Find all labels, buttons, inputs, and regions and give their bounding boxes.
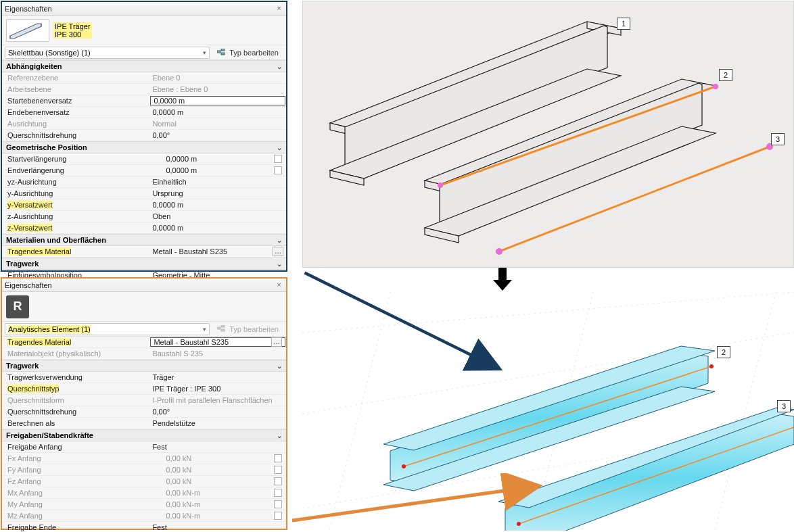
property-value[interactable]: 0,0000 m bbox=[149, 199, 286, 210]
property-value[interactable]: 0,0000 m bbox=[150, 96, 285, 105]
property-row[interactable]: Endverlängerung0,0000 m bbox=[2, 165, 286, 176]
svg-point-24 bbox=[496, 248, 503, 255]
collapse-icon[interactable]: ⌄ bbox=[277, 144, 282, 151]
property-row[interactable]: Querschnittsdrehung0,00° bbox=[2, 406, 286, 418]
property-value[interactable]: Einheitlich bbox=[149, 176, 286, 187]
property-row[interactable]: Mx Anfang0,00 kN-m bbox=[2, 487, 286, 499]
property-row[interactable]: AusrichtungNormal bbox=[2, 118, 286, 130]
property-value[interactable]: Träger bbox=[149, 372, 286, 383]
property-row[interactable]: y-AusrichtungUrsprung bbox=[2, 188, 286, 199]
collapse-icon[interactable]: ⌄ bbox=[277, 63, 282, 70]
checkbox-icon[interactable] bbox=[274, 155, 282, 163]
property-value[interactable]: Ursprung bbox=[149, 188, 286, 199]
callout-label: 2 bbox=[719, 69, 732, 81]
property-row[interactable]: ArbeitsebeneEbene : Ebene 0 bbox=[2, 84, 286, 95]
group-header[interactable]: Tragwerk⌄ bbox=[2, 258, 286, 270]
property-value[interactable]: Metall - Baustahl S235… bbox=[150, 337, 285, 347]
property-row[interactable]: Tragendes MaterialMetall - Baustahl S235… bbox=[2, 246, 286, 258]
property-row[interactable]: Freigabe EndeFest bbox=[2, 522, 286, 532]
property-row[interactable]: Querschnittsdrehung0,00° bbox=[2, 130, 286, 141]
callout-label: 1 bbox=[617, 18, 630, 30]
property-row[interactable]: Startverlängerung0,0000 m bbox=[2, 153, 286, 165]
property-row[interactable]: ReferenzebeneEbene 0 bbox=[2, 72, 286, 84]
property-value[interactable]: Pendelstütze bbox=[149, 418, 286, 429]
property-value[interactable]: 0,00 kN bbox=[149, 453, 286, 464]
property-name: Fx Anfang bbox=[2, 453, 149, 464]
property-row[interactable]: Mz Anfang0,00 kN-m bbox=[2, 510, 286, 522]
collapse-icon[interactable]: ⌄ bbox=[277, 362, 282, 370]
property-value[interactable]: 0,00 kN bbox=[149, 476, 286, 487]
checkbox-icon[interactable] bbox=[274, 489, 282, 497]
property-row[interactable]: TragwerksverwendungTräger bbox=[2, 372, 286, 383]
close-icon[interactable]: × bbox=[275, 281, 283, 289]
property-value[interactable]: Ebene 0 bbox=[149, 72, 286, 83]
instance-selector-label: Skelettbau (Sonstige) (1) bbox=[8, 49, 91, 57]
svg-rect-6 bbox=[217, 327, 220, 329]
property-value[interactable]: Oben bbox=[149, 211, 286, 222]
property-value[interactable]: 0,0000 m bbox=[149, 165, 286, 176]
property-name: Freigabe Anfang bbox=[2, 441, 149, 452]
property-value[interactable]: IPE Träger : IPE 300 bbox=[149, 383, 286, 394]
property-row[interactable]: My Anfang0,00 kN-m bbox=[2, 499, 286, 510]
checkbox-icon[interactable] bbox=[274, 466, 282, 474]
property-value[interactable]: Fest bbox=[149, 441, 286, 452]
property-row[interactable]: Materialobjekt (physikalisch)Baustahl S … bbox=[2, 348, 286, 360]
collapse-icon[interactable]: ⌄ bbox=[277, 432, 282, 439]
type-preview-row[interactable]: IPE Träger IPE 300 bbox=[2, 16, 286, 45]
property-row[interactable]: QuerschnittstypIPE Träger : IPE 300 bbox=[2, 383, 286, 395]
property-row[interactable]: yz-AusrichtungEinheitlich bbox=[2, 176, 286, 188]
property-row[interactable]: Tragendes MaterialMetall - Baustahl S235… bbox=[2, 337, 286, 348]
property-row[interactable]: QuerschnittsformI-Profil mit parallelen … bbox=[2, 395, 286, 406]
checkbox-icon[interactable] bbox=[274, 454, 282, 462]
group-header[interactable]: Tragwerk⌄ bbox=[2, 360, 286, 372]
browse-button[interactable]: … bbox=[273, 247, 283, 256]
property-value[interactable]: Normal bbox=[149, 118, 286, 129]
checkbox-icon[interactable] bbox=[274, 500, 282, 508]
property-row[interactable]: z-AusrichtungOben bbox=[2, 211, 286, 222]
property-row[interactable]: y-Versatzwert0,0000 m bbox=[2, 199, 286, 211]
checkbox-icon[interactable] bbox=[274, 512, 282, 520]
property-value[interactable]: Baustahl S 235 bbox=[149, 348, 286, 359]
property-value[interactable]: Ebene : Ebene 0 bbox=[149, 84, 286, 95]
property-value[interactable]: Metall - Baustahl S235… bbox=[149, 246, 286, 257]
property-value[interactable]: 0,00° bbox=[149, 130, 286, 141]
property-value[interactable]: 0,00° bbox=[149, 406, 286, 417]
property-value[interactable]: 0,0000 m bbox=[149, 107, 286, 118]
browse-button[interactable]: … bbox=[271, 337, 282, 347]
svg-point-22 bbox=[713, 84, 718, 89]
property-value-text: Pendelstütze bbox=[152, 419, 195, 427]
property-value[interactable]: 0,00 kN-m bbox=[149, 510, 286, 521]
property-value[interactable]: 0,00 kN bbox=[149, 464, 286, 475]
checkbox-icon[interactable] bbox=[274, 477, 282, 485]
group-header[interactable]: Materialien und Oberflächen⌄ bbox=[2, 234, 286, 246]
close-icon[interactable]: × bbox=[275, 4, 283, 13]
property-value[interactable]: 0,00 kN-m bbox=[149, 499, 286, 510]
property-value[interactable]: 0,0000 m bbox=[149, 222, 286, 233]
property-row[interactable]: Berechnen alsPendelstütze bbox=[2, 418, 286, 429]
property-row[interactable]: z-Versatzwert0,0000 m bbox=[2, 222, 286, 234]
viewport-analysis[interactable]: 2 3 bbox=[302, 292, 794, 531]
property-value[interactable]: I-Profil mit parallelen Flanschflächen bbox=[149, 395, 286, 406]
collapse-icon[interactable]: ⌄ bbox=[277, 260, 282, 268]
viewport-revit[interactable]: 1 2 3 bbox=[302, 1, 794, 268]
instance-selector[interactable]: Analytisches Element (1) ▾ bbox=[5, 323, 210, 335]
group-header[interactable]: Abhängigkeiten⌄ bbox=[2, 60, 286, 72]
property-row[interactable]: Startebenenversatz0,0000 m bbox=[2, 95, 286, 107]
instance-selector[interactable]: Skelettbau (Sonstige) (1) ▾ bbox=[5, 47, 210, 59]
property-row[interactable]: Freigabe AnfangFest bbox=[2, 441, 286, 453]
group-header[interactable]: Geometrische Position⌄ bbox=[2, 141, 286, 153]
callout-label: 3 bbox=[777, 400, 791, 412]
type-preview-row[interactable]: R bbox=[2, 292, 286, 322]
collapse-icon[interactable]: ⌄ bbox=[277, 237, 282, 244]
checkbox-icon[interactable] bbox=[274, 166, 282, 174]
property-row[interactable]: Fy Anfang0,00 kN bbox=[2, 464, 286, 476]
property-value[interactable]: 0,00 kN-m bbox=[149, 487, 286, 498]
property-row[interactable]: Endebenenversatz0,0000 m bbox=[2, 107, 286, 118]
group-header[interactable]: Freigaben/Stabendkräfte⌄ bbox=[2, 429, 286, 441]
edit-type-button[interactable]: Typ bearbeiten bbox=[212, 47, 283, 59]
edit-type-icon bbox=[217, 49, 227, 57]
property-value[interactable]: 0,0000 m bbox=[149, 153, 286, 164]
property-value[interactable]: Fest bbox=[149, 522, 286, 532]
property-row[interactable]: Fz Anfang0,00 kN bbox=[2, 476, 286, 487]
property-row[interactable]: Fx Anfang0,00 kN bbox=[2, 453, 286, 464]
